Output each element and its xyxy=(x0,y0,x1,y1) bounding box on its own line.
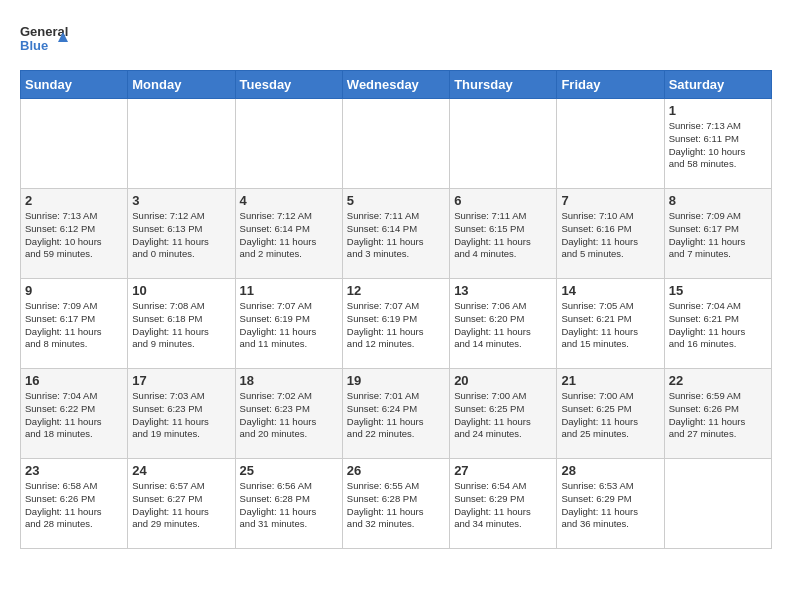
calendar-cell xyxy=(21,99,128,189)
week-row-2: 9Sunrise: 7:09 AM Sunset: 6:17 PM Daylig… xyxy=(21,279,772,369)
day-number: 24 xyxy=(132,463,230,478)
calendar-cell: 16Sunrise: 7:04 AM Sunset: 6:22 PM Dayli… xyxy=(21,369,128,459)
day-number: 18 xyxy=(240,373,338,388)
day-info: Sunrise: 7:06 AM Sunset: 6:20 PM Dayligh… xyxy=(454,300,552,351)
calendar-cell: 8Sunrise: 7:09 AM Sunset: 6:17 PM Daylig… xyxy=(664,189,771,279)
day-info: Sunrise: 7:12 AM Sunset: 6:13 PM Dayligh… xyxy=(132,210,230,261)
calendar-cell xyxy=(342,99,449,189)
day-number: 5 xyxy=(347,193,445,208)
day-info: Sunrise: 7:12 AM Sunset: 6:14 PM Dayligh… xyxy=(240,210,338,261)
logo-svg: GeneralBlue xyxy=(20,20,70,60)
day-number: 14 xyxy=(561,283,659,298)
calendar-cell: 21Sunrise: 7:00 AM Sunset: 6:25 PM Dayli… xyxy=(557,369,664,459)
calendar-cell: 2Sunrise: 7:13 AM Sunset: 6:12 PM Daylig… xyxy=(21,189,128,279)
calendar-cell: 3Sunrise: 7:12 AM Sunset: 6:13 PM Daylig… xyxy=(128,189,235,279)
calendar-cell: 20Sunrise: 7:00 AM Sunset: 6:25 PM Dayli… xyxy=(450,369,557,459)
day-info: Sunrise: 7:07 AM Sunset: 6:19 PM Dayligh… xyxy=(347,300,445,351)
week-row-3: 16Sunrise: 7:04 AM Sunset: 6:22 PM Dayli… xyxy=(21,369,772,459)
calendar-cell: 5Sunrise: 7:11 AM Sunset: 6:14 PM Daylig… xyxy=(342,189,449,279)
day-info: Sunrise: 7:10 AM Sunset: 6:16 PM Dayligh… xyxy=(561,210,659,261)
day-number: 26 xyxy=(347,463,445,478)
day-number: 2 xyxy=(25,193,123,208)
calendar-cell: 4Sunrise: 7:12 AM Sunset: 6:14 PM Daylig… xyxy=(235,189,342,279)
day-number: 15 xyxy=(669,283,767,298)
day-info: Sunrise: 7:11 AM Sunset: 6:14 PM Dayligh… xyxy=(347,210,445,261)
day-number: 11 xyxy=(240,283,338,298)
day-number: 22 xyxy=(669,373,767,388)
day-number: 12 xyxy=(347,283,445,298)
calendar-cell: 12Sunrise: 7:07 AM Sunset: 6:19 PM Dayli… xyxy=(342,279,449,369)
day-number: 9 xyxy=(25,283,123,298)
day-number: 21 xyxy=(561,373,659,388)
day-info: Sunrise: 7:11 AM Sunset: 6:15 PM Dayligh… xyxy=(454,210,552,261)
calendar-cell: 14Sunrise: 7:05 AM Sunset: 6:21 PM Dayli… xyxy=(557,279,664,369)
week-row-1: 2Sunrise: 7:13 AM Sunset: 6:12 PM Daylig… xyxy=(21,189,772,279)
calendar-cell: 9Sunrise: 7:09 AM Sunset: 6:17 PM Daylig… xyxy=(21,279,128,369)
calendar-cell: 10Sunrise: 7:08 AM Sunset: 6:18 PM Dayli… xyxy=(128,279,235,369)
weekday-header-sunday: Sunday xyxy=(21,71,128,99)
calendar-cell: 17Sunrise: 7:03 AM Sunset: 6:23 PM Dayli… xyxy=(128,369,235,459)
day-info: Sunrise: 6:53 AM Sunset: 6:29 PM Dayligh… xyxy=(561,480,659,531)
day-number: 28 xyxy=(561,463,659,478)
day-info: Sunrise: 7:09 AM Sunset: 6:17 PM Dayligh… xyxy=(25,300,123,351)
day-number: 10 xyxy=(132,283,230,298)
calendar-cell: 25Sunrise: 6:56 AM Sunset: 6:28 PM Dayli… xyxy=(235,459,342,549)
day-info: Sunrise: 7:09 AM Sunset: 6:17 PM Dayligh… xyxy=(669,210,767,261)
day-info: Sunrise: 7:13 AM Sunset: 6:11 PM Dayligh… xyxy=(669,120,767,171)
day-number: 1 xyxy=(669,103,767,118)
day-info: Sunrise: 6:58 AM Sunset: 6:26 PM Dayligh… xyxy=(25,480,123,531)
day-number: 8 xyxy=(669,193,767,208)
day-number: 27 xyxy=(454,463,552,478)
day-number: 13 xyxy=(454,283,552,298)
weekday-header-saturday: Saturday xyxy=(664,71,771,99)
day-number: 25 xyxy=(240,463,338,478)
calendar-cell: 27Sunrise: 6:54 AM Sunset: 6:29 PM Dayli… xyxy=(450,459,557,549)
day-info: Sunrise: 7:02 AM Sunset: 6:23 PM Dayligh… xyxy=(240,390,338,441)
calendar-cell: 22Sunrise: 6:59 AM Sunset: 6:26 PM Dayli… xyxy=(664,369,771,459)
week-row-4: 23Sunrise: 6:58 AM Sunset: 6:26 PM Dayli… xyxy=(21,459,772,549)
calendar-cell: 18Sunrise: 7:02 AM Sunset: 6:23 PM Dayli… xyxy=(235,369,342,459)
calendar-cell xyxy=(450,99,557,189)
calendar-cell: 1Sunrise: 7:13 AM Sunset: 6:11 PM Daylig… xyxy=(664,99,771,189)
week-row-0: 1Sunrise: 7:13 AM Sunset: 6:11 PM Daylig… xyxy=(21,99,772,189)
weekday-header-tuesday: Tuesday xyxy=(235,71,342,99)
calendar-cell xyxy=(557,99,664,189)
day-info: Sunrise: 6:59 AM Sunset: 6:26 PM Dayligh… xyxy=(669,390,767,441)
weekday-header-wednesday: Wednesday xyxy=(342,71,449,99)
logo: GeneralBlue xyxy=(20,20,70,60)
day-info: Sunrise: 7:13 AM Sunset: 6:12 PM Dayligh… xyxy=(25,210,123,261)
day-info: Sunrise: 7:04 AM Sunset: 6:21 PM Dayligh… xyxy=(669,300,767,351)
day-number: 23 xyxy=(25,463,123,478)
day-number: 20 xyxy=(454,373,552,388)
calendar-cell: 11Sunrise: 7:07 AM Sunset: 6:19 PM Dayli… xyxy=(235,279,342,369)
calendar-cell xyxy=(235,99,342,189)
day-number: 4 xyxy=(240,193,338,208)
weekday-header-friday: Friday xyxy=(557,71,664,99)
day-info: Sunrise: 6:57 AM Sunset: 6:27 PM Dayligh… xyxy=(132,480,230,531)
calendar-cell: 28Sunrise: 6:53 AM Sunset: 6:29 PM Dayli… xyxy=(557,459,664,549)
day-number: 17 xyxy=(132,373,230,388)
day-info: Sunrise: 7:07 AM Sunset: 6:19 PM Dayligh… xyxy=(240,300,338,351)
day-info: Sunrise: 6:56 AM Sunset: 6:28 PM Dayligh… xyxy=(240,480,338,531)
day-number: 16 xyxy=(25,373,123,388)
day-number: 3 xyxy=(132,193,230,208)
calendar-table: SundayMondayTuesdayWednesdayThursdayFrid… xyxy=(20,70,772,549)
day-info: Sunrise: 7:00 AM Sunset: 6:25 PM Dayligh… xyxy=(454,390,552,441)
weekday-header-monday: Monday xyxy=(128,71,235,99)
weekday-header-row: SundayMondayTuesdayWednesdayThursdayFrid… xyxy=(21,71,772,99)
day-info: Sunrise: 7:04 AM Sunset: 6:22 PM Dayligh… xyxy=(25,390,123,441)
day-number: 7 xyxy=(561,193,659,208)
day-info: Sunrise: 7:03 AM Sunset: 6:23 PM Dayligh… xyxy=(132,390,230,441)
calendar-cell: 6Sunrise: 7:11 AM Sunset: 6:15 PM Daylig… xyxy=(450,189,557,279)
calendar-cell xyxy=(664,459,771,549)
weekday-header-thursday: Thursday xyxy=(450,71,557,99)
svg-text:Blue: Blue xyxy=(20,38,48,53)
calendar-cell: 19Sunrise: 7:01 AM Sunset: 6:24 PM Dayli… xyxy=(342,369,449,459)
calendar-cell xyxy=(128,99,235,189)
calendar-cell: 24Sunrise: 6:57 AM Sunset: 6:27 PM Dayli… xyxy=(128,459,235,549)
calendar-cell: 13Sunrise: 7:06 AM Sunset: 6:20 PM Dayli… xyxy=(450,279,557,369)
day-info: Sunrise: 7:08 AM Sunset: 6:18 PM Dayligh… xyxy=(132,300,230,351)
calendar-cell: 15Sunrise: 7:04 AM Sunset: 6:21 PM Dayli… xyxy=(664,279,771,369)
calendar-cell: 7Sunrise: 7:10 AM Sunset: 6:16 PM Daylig… xyxy=(557,189,664,279)
day-number: 19 xyxy=(347,373,445,388)
